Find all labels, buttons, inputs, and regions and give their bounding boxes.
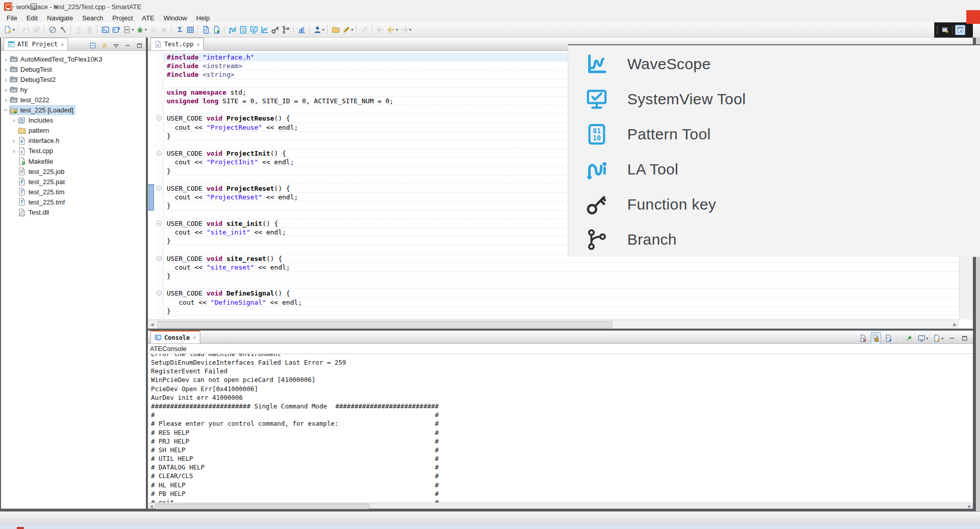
tools-menu-item-la-tool[interactable]: LA Tool: [568, 152, 980, 187]
tools-menu-item-pattern-tool[interactable]: 0110Pattern Tool: [568, 116, 980, 152]
tree-item-test-225-loaded[interactable]: ›test_225 [Loaded]: [1, 105, 146, 115]
tree-item-debugtest2[interactable]: ›DebugTest2: [1, 74, 146, 84]
view-menu-button[interactable]: [111, 39, 121, 51]
scrollbar-thumb[interactable]: [155, 504, 370, 509]
undo-arrow-button[interactable]: [375, 24, 386, 36]
tree-item-hy[interactable]: ›hy: [1, 84, 146, 95]
tree-item-test-225-tim[interactable]: Ttest_225.tim: [1, 187, 146, 197]
word-wrap-button[interactable]: [883, 332, 894, 344]
chevron-collapsed-icon[interactable]: ›: [3, 97, 9, 103]
tools-menu-item-wavescope[interactable]: WaveScope: [568, 46, 980, 81]
chart-button[interactable]: [296, 24, 307, 36]
tree-item-makefile[interactable]: Makefile: [1, 156, 146, 166]
stop-button[interactable]: [159, 24, 169, 36]
pattern-tool-button[interactable]: 0110: [238, 24, 249, 36]
menu-navigate[interactable]: Navigate: [42, 14, 77, 22]
chevron-collapsed-icon[interactable]: ›: [11, 137, 17, 144]
forward-button[interactable]: ▾: [399, 24, 412, 36]
menu-search[interactable]: Search: [78, 14, 108, 22]
document-run-button[interactable]: [211, 24, 222, 36]
download-button[interactable]: [74, 24, 84, 36]
tree-item-includes[interactable]: ›hIncludes: [1, 115, 146, 126]
open-console-button[interactable]: ▾: [932, 332, 944, 344]
fill-tool-button[interactable]: ▾: [341, 24, 354, 36]
chevron-collapsed-icon[interactable]: ›: [3, 76, 9, 83]
menu-file[interactable]: File: [2, 14, 22, 22]
minimize-view-button[interactable]: [947, 332, 957, 344]
console-horizontal-scrollbar[interactable]: ◀ ▶: [148, 503, 973, 509]
debug-button[interactable]: ▾: [135, 24, 148, 36]
menu-edit[interactable]: Edit: [22, 14, 42, 22]
tree-item-interface-h[interactable]: ›hinterface.h: [1, 136, 146, 146]
fold-collapse-icon[interactable]: −: [157, 256, 162, 261]
wavescope-tool-button[interactable]: [259, 24, 270, 36]
ate-perspective-button[interactable]: A: [955, 25, 965, 35]
tree-item-test-225-pat[interactable]: Ptest_225.pat: [1, 177, 146, 187]
console-output[interactable]: Error the load machine environmentSetupD…: [148, 354, 973, 503]
scroll-left-icon[interactable]: ◀: [148, 321, 156, 328]
tree-item-test-0222[interactable]: ›test_0222: [1, 95, 146, 105]
tree-item-test-dll[interactable]: dllTest.dll: [1, 208, 146, 218]
function-key-button[interactable]: [270, 24, 281, 36]
server-button[interactable]: ▾: [121, 24, 135, 36]
scroll-lock-button[interactable]: [871, 332, 881, 344]
menu-window[interactable]: Window: [159, 14, 192, 22]
chevron-collapsed-icon[interactable]: ›: [11, 148, 17, 154]
tab-ate-project[interactable]: ATE Project ✕: [4, 38, 68, 50]
display-console-button[interactable]: ▾: [916, 332, 929, 344]
new-wizard-button[interactable]: ▾: [3, 24, 16, 36]
tools-menu-item-systemview-tool[interactable]: SystemView Tool: [568, 81, 980, 116]
tree-item-test-225-job[interactable]: test_225.job: [1, 166, 146, 177]
tab-console[interactable]: Console ✕: [150, 331, 200, 343]
chevron-expanded-icon[interactable]: ›: [3, 107, 9, 113]
clear-console-button[interactable]: [858, 332, 868, 344]
fold-collapse-icon[interactable]: −: [157, 186, 162, 191]
tree-item-test-cpp[interactable]: ›cTest.cpp: [1, 146, 146, 156]
pin-console-button[interactable]: [904, 332, 914, 344]
maximize-view-button[interactable]: [135, 39, 144, 51]
chevron-collapsed-icon[interactable]: ›: [11, 117, 17, 124]
fold-collapse-icon[interactable]: −: [157, 221, 162, 226]
save-all-button[interactable]: [32, 24, 42, 36]
menu-project[interactable]: Project: [108, 14, 137, 22]
terminal-button[interactable]: [100, 24, 111, 36]
link-editor-button[interactable]: [100, 39, 109, 51]
document-button[interactable]: [201, 24, 211, 36]
tools-menu-item-function-key[interactable]: Function key: [568, 187, 980, 222]
tree-item-test-225-tmf[interactable]: Ttest_225.tmf: [1, 197, 146, 207]
scroll-right-icon[interactable]: ▶: [951, 321, 959, 328]
tree-item-automixedtest-toflex10k3[interactable]: ›AutoMixedTest_ToFlex10K3: [1, 54, 146, 64]
branch-tool-button[interactable]: [281, 24, 291, 36]
maximize-view-button[interactable]: [960, 332, 970, 344]
sigma-button[interactable]: Σ: [174, 24, 185, 36]
user-button[interactable]: ▾: [312, 24, 325, 36]
build-button[interactable]: [58, 24, 69, 36]
menu-ate[interactable]: ATE: [137, 14, 159, 22]
chevron-collapsed-icon[interactable]: ›: [3, 56, 9, 63]
chevron-collapsed-icon[interactable]: ›: [3, 86, 9, 93]
tab-test-cpp[interactable]: c Test.cpp ✕: [150, 38, 204, 50]
open-perspective-button[interactable]: [941, 26, 950, 34]
delete-button[interactable]: [84, 24, 95, 36]
tree-item-pattern[interactable]: pattern: [1, 126, 146, 136]
close-tab-icon[interactable]: ✕: [60, 41, 64, 48]
terminal-import-button[interactable]: [111, 24, 121, 36]
open-package-button[interactable]: [330, 24, 341, 36]
collapse-all-button[interactable]: [88, 39, 98, 51]
chevron-collapsed-icon[interactable]: ›: [3, 66, 9, 73]
save-button[interactable]: [21, 24, 32, 36]
checker-button[interactable]: [185, 24, 196, 36]
pause-button[interactable]: [148, 24, 159, 36]
menu-help[interactable]: Help: [192, 14, 215, 22]
editor-horizontal-scrollbar[interactable]: ◀ ▶: [148, 319, 959, 329]
scroll-right-icon[interactable]: ▶: [966, 504, 973, 509]
back-button[interactable]: ▾: [386, 24, 399, 36]
scrollbar-thumb[interactable]: [157, 321, 612, 328]
systemview-tool-button[interactable]: [249, 24, 259, 36]
pen-button[interactable]: [359, 24, 370, 36]
minimize-view-button[interactable]: [123, 39, 133, 51]
scroll-left-icon[interactable]: ◀: [148, 504, 155, 509]
tree-item-debugtest[interactable]: ›DebugTest: [1, 64, 146, 74]
la-tool-button[interactable]: [227, 24, 238, 36]
skip-breakpoints-button[interactable]: [47, 24, 58, 36]
